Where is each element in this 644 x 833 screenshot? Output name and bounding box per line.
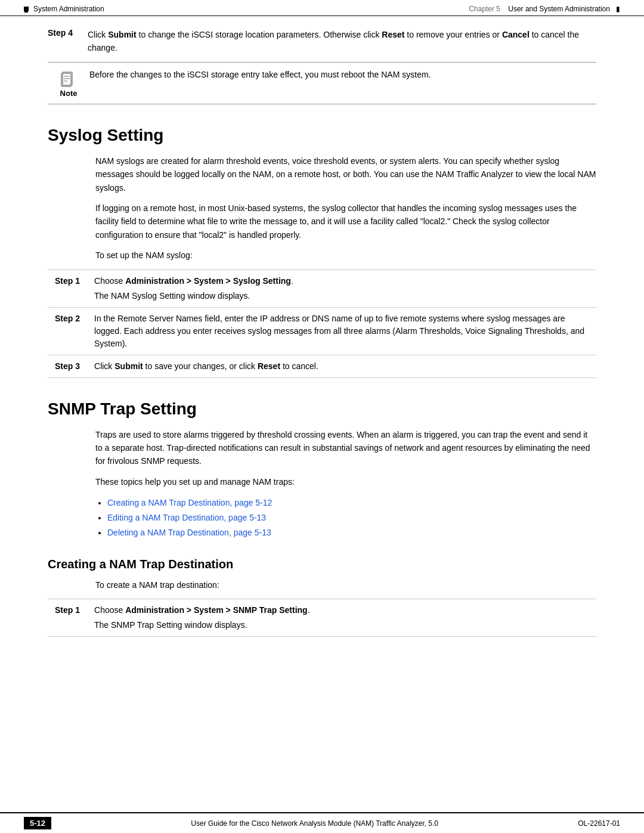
footer-right-text: OL-22617-01 xyxy=(578,819,620,828)
syslog-para1: NAM syslogs are created for alarm thresh… xyxy=(95,154,596,194)
syslog-para2: If logging on a remote host, in most Uni… xyxy=(95,202,596,241)
header-bullet: ■ xyxy=(24,7,29,11)
snmp-link-1-anchor[interactable]: Creating a NAM Trap Destination, page 5-… xyxy=(107,498,272,507)
header-section-label: System Administration xyxy=(33,5,104,13)
syslog-step1-num: Step 1 xyxy=(48,270,87,307)
snmp-step1-row: Step 1 Choose Administration > System > … xyxy=(48,599,596,637)
syslog-step1-text-after: . xyxy=(291,276,293,286)
syslog-para3: To set up the NAM syslog: xyxy=(95,249,596,262)
syslog-step1-desc: Choose Administration > System > Syslog … xyxy=(87,270,596,307)
step4-submit: Submit xyxy=(108,30,136,39)
syslog-step3-desc: Click Submit to save your changes, or cl… xyxy=(87,355,596,377)
snmp-step1-desc: Choose Administration > System > SNMP Tr… xyxy=(87,599,596,637)
note-pencil-icon xyxy=(60,71,77,88)
snmp-sub-para1: To create a NAM trap destination: xyxy=(95,578,596,592)
syslog-steps-table: Step 1 Choose Administration > System > … xyxy=(48,270,596,378)
syslog-step3-submit: Submit xyxy=(114,361,143,371)
snmp-link-1[interactable]: Creating a NAM Trap Destination, page 5-… xyxy=(107,496,596,510)
note-icon-area: Note xyxy=(48,69,89,98)
syslog-step2-num: Step 2 xyxy=(48,307,87,355)
note-label: Note xyxy=(60,89,78,98)
snmp-step1-bold: Administration > System > SNMP Trap Sett… xyxy=(125,605,307,615)
header-chapter: Chapter 5 xyxy=(469,5,500,13)
syslog-step3-reset: Reset xyxy=(258,361,280,371)
syslog-section-title: Syslog Setting xyxy=(48,126,596,145)
syslog-step1-text-before: Choose xyxy=(94,276,125,286)
header-right: Chapter 5 User and System Administration… xyxy=(469,5,620,13)
snmp-subsection-title: Creating a NAM Trap Destination xyxy=(48,558,596,571)
syslog-step1-row: Step 1 Choose Administration > System > … xyxy=(48,270,596,307)
snmp-step1-text-after: . xyxy=(308,605,310,615)
step4-reset: Reset xyxy=(382,30,404,39)
snmp-steps-table: Step 1 Choose Administration > System > … xyxy=(48,599,596,637)
syslog-step3-text-before: Click xyxy=(94,361,114,371)
snmp-link-2[interactable]: Editing a NAM Trap Destination, page 5-1… xyxy=(107,510,596,525)
syslog-step3-row: Step 3 Click Submit to save your changes… xyxy=(48,355,596,377)
page-footer: 5-12 User Guide for the Cisco Network An… xyxy=(0,812,644,833)
step4-text2: to change the iSCSI storage location par… xyxy=(137,30,382,39)
syslog-step3-text-middle: to save your changes, or click xyxy=(143,361,258,371)
note-text: Before the changes to the iSCSI storage … xyxy=(89,69,596,81)
snmp-section-title: SNMP Trap Setting xyxy=(48,400,596,419)
snmp-links-list: Creating a NAM Trap Destination, page 5-… xyxy=(107,496,596,541)
snmp-step1-sub: The SNMP Trap Setting window displays. xyxy=(94,619,589,631)
syslog-step2-row: Step 2 In the Remote Server Names field,… xyxy=(48,307,596,355)
step4-cancel: Cancel xyxy=(502,30,530,39)
syslog-step3-num: Step 3 xyxy=(48,355,87,377)
snmp-step1-num: Step 1 xyxy=(48,599,87,637)
step4-text3: to remove your entries or xyxy=(404,30,501,39)
syslog-step2-desc: In the Remote Server Names field, enter … xyxy=(87,307,596,355)
note-box: Note Before the changes to the iSCSI sto… xyxy=(48,62,596,104)
step4-block: Step 4 Click Submit to change the iSCSI … xyxy=(48,28,596,55)
snmp-para1: Traps are used to store alarms triggered… xyxy=(95,428,596,468)
snmp-step1-text-before: Choose xyxy=(94,605,125,615)
syslog-step1-sub: The NAM Syslog Setting window displays. xyxy=(94,290,589,302)
header-left: ■ System Administration xyxy=(24,5,104,13)
syslog-step1-bold: Administration > System > Syslog Setting xyxy=(125,276,291,286)
snmp-link-3[interactable]: Deleting a NAM Trap Destination, page 5-… xyxy=(107,525,596,540)
snmp-link-3-anchor[interactable]: Deleting a NAM Trap Destination, page 5-… xyxy=(107,528,271,537)
step4-text1: Click xyxy=(88,30,108,39)
footer-center-text: User Guide for the Cisco Network Analysi… xyxy=(63,819,566,828)
snmp-link-2-anchor[interactable]: Editing a NAM Trap Destination, page 5-1… xyxy=(107,513,266,522)
main-content: Step 4 Click Submit to change the iSCSI … xyxy=(0,16,644,689)
page-header: ■ System Administration Chapter 5 User a… xyxy=(0,0,644,16)
syslog-step3-text-after: to cancel. xyxy=(280,361,318,371)
footer-page-num: 5-12 xyxy=(24,817,51,829)
step4-content: Click Submit to change the iSCSI storage… xyxy=(88,28,596,55)
header-chapter-title: User and System Administration xyxy=(508,5,610,13)
snmp-para2: These topics help you set up and manage … xyxy=(95,475,596,488)
step4-label: Step 4 xyxy=(48,28,80,55)
